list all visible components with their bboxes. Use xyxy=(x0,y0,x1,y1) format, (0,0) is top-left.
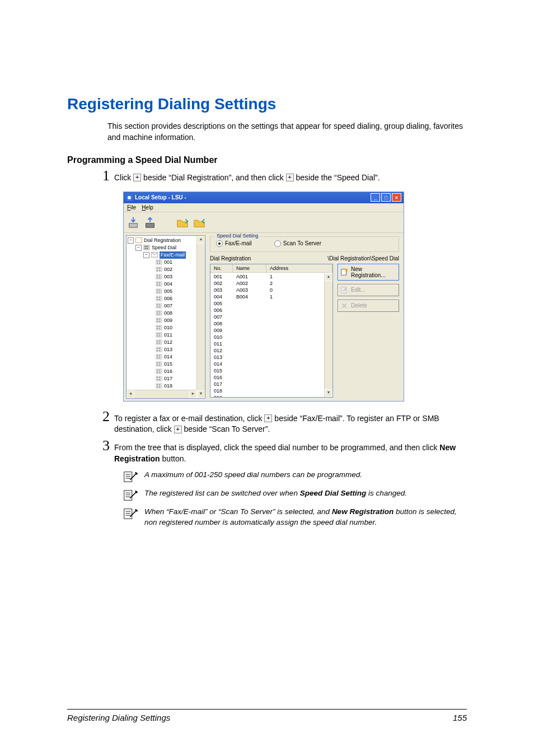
list-row[interactable]: 004B0041 xyxy=(210,293,325,300)
step-2: 2 To register a fax or e-mail destinatio… xyxy=(97,409,467,435)
tree-item[interactable]: 016 xyxy=(128,368,204,375)
tree-item[interactable]: 004 xyxy=(128,281,204,288)
cell-no: 002 xyxy=(210,280,233,287)
breadcrumb: Dial Registration \Dial Registration\Spe… xyxy=(210,255,399,262)
menu-help[interactable]: Help xyxy=(142,204,153,211)
svg-point-73 xyxy=(157,348,158,349)
cell-no: 015 xyxy=(210,367,233,374)
note-2: The registered list can be switched over… xyxy=(123,488,467,501)
tree-item[interactable]: 003 xyxy=(128,273,204,281)
list-row[interactable]: 013 xyxy=(210,354,325,361)
tree-item[interactable]: 007 xyxy=(128,302,204,310)
list-row[interactable]: 019 xyxy=(210,394,325,397)
column-address[interactable]: Address xyxy=(266,264,332,272)
list-row[interactable]: 007 xyxy=(210,314,325,320)
tree-item[interactable]: 017 xyxy=(128,375,204,382)
page-heading: Registering Dialing Settings xyxy=(67,95,467,113)
svg-point-101 xyxy=(159,386,160,388)
list-row[interactable]: 006 xyxy=(210,307,325,314)
tree-label: Dial Registration xyxy=(144,237,181,244)
tree-item[interactable]: 008 xyxy=(128,310,204,317)
tree-item-label: 011 xyxy=(164,332,172,339)
folder-out-icon[interactable] xyxy=(176,216,189,228)
scroll-left-icon[interactable]: ◄ xyxy=(127,390,134,398)
new-registration-button[interactable]: New Registration... xyxy=(338,264,399,281)
menu-file[interactable]: File xyxy=(127,204,136,211)
collapse-icon[interactable]: − xyxy=(135,245,142,251)
svg-point-7 xyxy=(145,246,146,248)
tree-fax-email[interactable]: − Fax/E-mail xyxy=(128,251,204,259)
cell-name: A003 xyxy=(233,287,266,293)
list-row[interactable]: 017 xyxy=(210,381,325,388)
cell-name xyxy=(233,388,266,394)
collapse-icon[interactable]: − xyxy=(128,237,134,244)
list-row[interactable]: 018 xyxy=(210,388,325,394)
breadcrumb-path: \Dial Registration\Speed Dial xyxy=(327,255,399,262)
svg-point-46 xyxy=(159,306,160,307)
tree-root[interactable]: − Dial Registration xyxy=(128,237,204,244)
list-row[interactable]: 009 xyxy=(210,327,325,334)
cell-name xyxy=(233,307,266,314)
vertical-scrollbar[interactable]: ▲ ▼ xyxy=(196,236,205,398)
tree-item[interactable]: 018 xyxy=(128,382,204,390)
tree-item[interactable]: 012 xyxy=(128,339,204,346)
maximize-button[interactable]: □ xyxy=(381,193,391,202)
tree-item[interactable]: 010 xyxy=(128,324,204,332)
svg-point-50 xyxy=(157,314,158,315)
list-row[interactable]: 016 xyxy=(210,374,325,381)
list-row[interactable]: 011 xyxy=(210,340,325,347)
list-row[interactable]: 015 xyxy=(210,367,325,374)
svg-rect-82 xyxy=(156,361,162,367)
note-icon xyxy=(123,489,139,501)
upload-from-device-icon[interactable] xyxy=(144,216,156,228)
step-text: From the tree that is displayed, click t… xyxy=(114,438,467,464)
cell-address xyxy=(266,388,325,394)
horizontal-scrollbar[interactable]: ◄ ► xyxy=(127,390,197,398)
list-row[interactable]: 005 xyxy=(210,300,325,307)
tree-item[interactable]: 005 xyxy=(128,288,204,295)
tree-item-label: 009 xyxy=(164,317,172,324)
svg-rect-17 xyxy=(156,267,162,272)
cell-no: 016 xyxy=(210,374,233,381)
list-row[interactable]: 012 xyxy=(210,347,325,354)
scroll-right-icon[interactable]: ► xyxy=(189,390,197,398)
svg-point-53 xyxy=(157,319,158,320)
column-no[interactable]: No. xyxy=(210,264,233,272)
tree-speed-dial[interactable]: − Speed Dial xyxy=(128,244,204,251)
collapse-icon[interactable]: − xyxy=(143,252,149,258)
minimize-button[interactable]: _ xyxy=(371,193,380,202)
folder-in-icon[interactable] xyxy=(193,216,205,228)
scroll-down-icon[interactable]: ▼ xyxy=(325,389,332,397)
edit-button[interactable]: Edit... xyxy=(338,284,399,296)
scroll-down-icon[interactable]: ▼ xyxy=(197,390,205,398)
tree-item[interactable]: 011 xyxy=(128,332,204,339)
svg-rect-12 xyxy=(156,259,162,265)
close-button[interactable]: × xyxy=(392,193,401,202)
tree-item[interactable]: 013 xyxy=(128,346,204,353)
svg-point-99 xyxy=(159,384,160,385)
scroll-up-icon[interactable]: ▲ xyxy=(197,236,205,244)
tree-item[interactable]: 009 xyxy=(128,317,204,324)
list-scrollbar[interactable]: ▲ ▼ xyxy=(324,273,332,397)
list-row[interactable]: 003A0030 xyxy=(210,287,325,293)
radio-scan-to-server[interactable]: Scan To Server xyxy=(274,240,321,247)
download-to-device-icon[interactable] xyxy=(127,216,139,228)
tree-item[interactable]: 015 xyxy=(128,361,204,368)
list-row[interactable]: 002A0022 xyxy=(210,280,325,287)
delete-button[interactable]: Delete xyxy=(338,300,399,312)
tree-item[interactable]: 014 xyxy=(128,353,204,361)
tree-item[interactable]: 001 xyxy=(128,259,204,266)
list-row[interactable]: 008 xyxy=(210,320,325,327)
tree-item-label: 017 xyxy=(164,375,172,382)
tree-item[interactable]: 002 xyxy=(128,266,204,273)
list-row[interactable]: 014 xyxy=(210,361,325,367)
text-fragment: From the tree that is displayed, click t… xyxy=(114,443,439,452)
svg-point-66 xyxy=(159,335,160,337)
list-row[interactable]: 001A0011 xyxy=(210,273,325,280)
svg-point-28 xyxy=(157,282,158,283)
scroll-up-icon[interactable]: ▲ xyxy=(325,273,332,281)
list-row[interactable]: 010 xyxy=(210,334,325,340)
radio-fax-email[interactable]: Fax/E-mail xyxy=(216,240,252,247)
tree-item[interactable]: 006 xyxy=(128,295,204,302)
column-name[interactable]: Name xyxy=(233,264,266,272)
